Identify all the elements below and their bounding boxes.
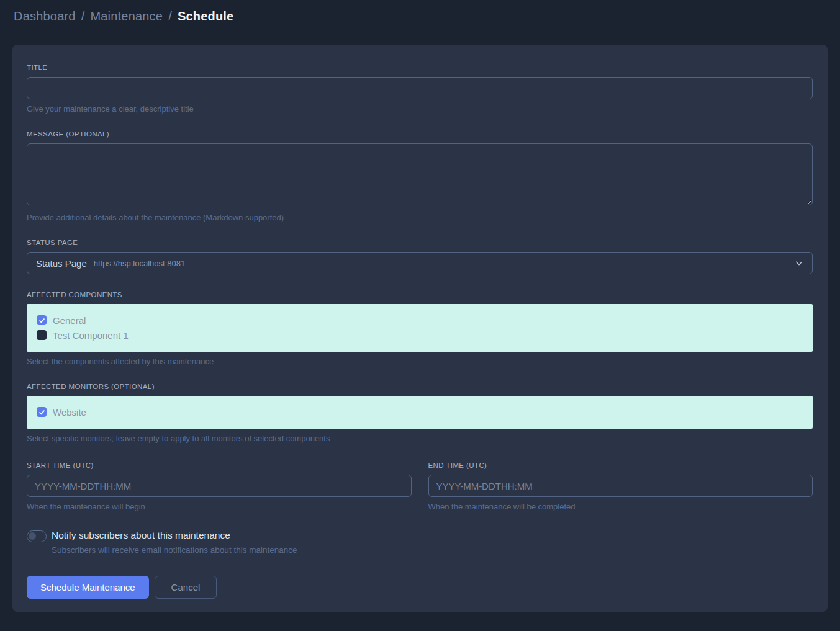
top-bar: Dashboard / Maintenance / Schedule (0, 0, 840, 32)
end-time-label: END TIME (UTC) (428, 462, 813, 469)
end-time-input[interactable] (428, 475, 813, 497)
start-time-helper-text: When the maintenance will begin (27, 502, 412, 511)
checkbox-icon[interactable] (37, 330, 47, 340)
breadcrumb-current-schedule: Schedule (178, 9, 234, 24)
status-page-select[interactable]: Status Page https://hsp.localhost:8081 (27, 252, 813, 274)
affected-monitors-helper-text: Select specific monitors; leave empty to… (27, 434, 813, 443)
title-input[interactable] (27, 77, 813, 99)
notify-subscribers-toggle[interactable] (27, 530, 47, 542)
status-page-label: STATUS PAGE (27, 239, 813, 246)
breadcrumb-separator: / (168, 9, 172, 24)
cancel-button[interactable]: Cancel (155, 576, 217, 599)
form-actions: Schedule Maintenance Cancel (27, 576, 813, 599)
title-field-group: TITLE Give your maintenance a clear, des… (27, 64, 813, 114)
checkbox-icon[interactable] (37, 315, 47, 325)
breadcrumb-separator: / (81, 9, 85, 24)
breadcrumb-item-maintenance[interactable]: Maintenance (90, 9, 163, 24)
toggle-knob (29, 532, 36, 540)
schedule-maintenance-form-panel: TITLE Give your maintenance a clear, des… (12, 45, 828, 612)
component-option-label: Test Component 1 (53, 330, 129, 341)
chevron-down-icon (795, 259, 803, 267)
start-time-field-group: START TIME (UTC) When the maintenance wi… (27, 462, 412, 511)
start-time-input[interactable] (27, 475, 412, 497)
notify-toggle-texts: Notify subscribers about this maintenanc… (52, 530, 297, 555)
affected-components-field-group: AFFECTED COMPONENTS General Test Compone… (27, 291, 813, 366)
affected-components-option-box: General Test Component 1 (27, 304, 813, 352)
status-page-selected-url: https://hsp.localhost:8081 (94, 259, 185, 268)
schedule-maintenance-button[interactable]: Schedule Maintenance (27, 576, 149, 599)
end-time-helper-text: When the maintenance will be completed (428, 502, 813, 511)
message-textarea[interactable] (27, 143, 813, 205)
start-time-label: START TIME (UTC) (27, 462, 412, 469)
notify-toggle-helper-text: Subscribers will receive email notificat… (52, 545, 297, 555)
affected-monitors-field-group: AFFECTED MONITORS (OPTIONAL) Website Sel… (27, 383, 813, 443)
status-page-field-group: STATUS PAGE Status Page https://hsp.loca… (27, 239, 813, 274)
checkbox-icon[interactable] (37, 407, 47, 417)
title-label: TITLE (27, 64, 813, 71)
affected-monitors-label: AFFECTED MONITORS (OPTIONAL) (27, 383, 813, 390)
notify-toggle-label: Notify subscribers about this maintenanc… (52, 530, 297, 541)
time-fields-row: START TIME (UTC) When the maintenance wi… (27, 462, 813, 511)
breadcrumb-item-dashboard[interactable]: Dashboard (14, 9, 76, 24)
message-label: MESSAGE (OPTIONAL) (27, 130, 813, 138)
monitor-option-label: Website (53, 407, 86, 418)
component-option-label: General (53, 315, 86, 326)
message-field-group: MESSAGE (OPTIONAL) Provide additional de… (27, 130, 813, 222)
title-helper-text: Give your maintenance a clear, descripti… (27, 104, 813, 114)
affected-monitors-option-box: Website (27, 396, 813, 429)
affected-components-label: AFFECTED COMPONENTS (27, 291, 813, 298)
notify-toggle-section: Notify subscribers about this maintenanc… (27, 530, 813, 555)
monitor-option-website[interactable]: Website (37, 405, 803, 419)
component-option-test-component-1[interactable]: Test Component 1 (37, 328, 803, 342)
breadcrumb: Dashboard / Maintenance / Schedule (14, 9, 233, 24)
message-helper-text: Provide additional details about the mai… (27, 213, 813, 222)
component-option-general[interactable]: General (37, 313, 803, 328)
end-time-field-group: END TIME (UTC) When the maintenance will… (428, 462, 813, 511)
status-page-selected-name: Status Page (36, 258, 87, 269)
affected-components-helper-text: Select the components affected by this m… (27, 357, 813, 366)
